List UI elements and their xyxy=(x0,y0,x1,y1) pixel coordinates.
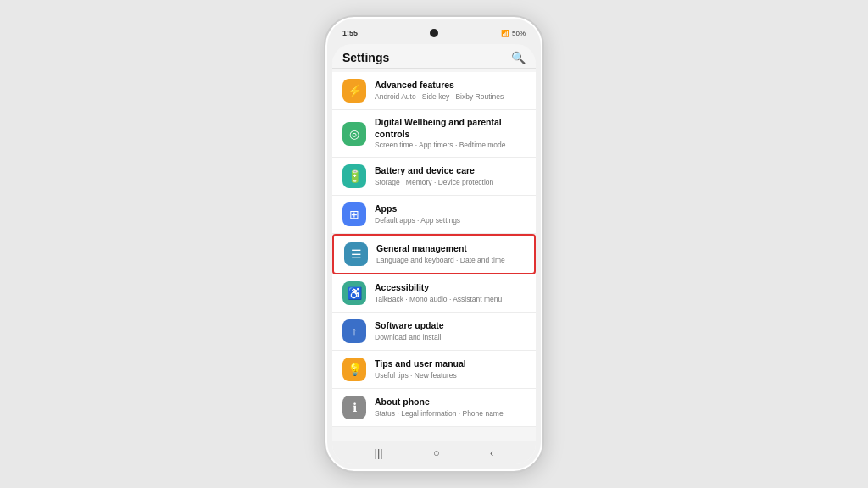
advanced-features-text: Advanced featuresAndroid Auto · Side key… xyxy=(375,80,526,102)
battery-text: Battery and device careStorage · Memory … xyxy=(375,165,526,187)
tips-subtitle: Useful tips · New features xyxy=(375,371,526,380)
accessibility-subtitle: TalkBack · Mono audio · Assistant menu xyxy=(375,295,526,304)
digital-wellbeing-subtitle: Screen time · App timers · Bedtime mode xyxy=(375,141,526,150)
software-update-subtitle: Download and install xyxy=(375,333,526,342)
battery-icon: 🔋 xyxy=(342,164,366,188)
phone-screen: Settings 🔍 ⚡Advanced featuresAndroid Aut… xyxy=(332,44,536,464)
apps-subtitle: Default apps · App settings xyxy=(375,216,526,225)
advanced-features-subtitle: Android Auto · Side key · Bixby Routines xyxy=(375,92,526,102)
about-phone-subtitle: Status · Legal information · Phone name xyxy=(375,409,526,419)
accessibility-icon: ♿ xyxy=(342,281,366,305)
tips-title: Tips and user manual xyxy=(375,358,526,370)
settings-item-general-management[interactable]: ☰General managementLanguage and keyboard… xyxy=(332,234,536,274)
phone-frame: 1:55 📶 50% Settings 🔍 ⚡Advanced features… xyxy=(324,15,544,473)
battery-subtitle: Storage · Memory · Device protection xyxy=(375,178,526,187)
page-title: Settings xyxy=(342,51,389,64)
battery-title: Battery and device care xyxy=(375,165,526,177)
nav-back-button[interactable]: ||| xyxy=(375,446,383,459)
about-phone-title: About phone xyxy=(375,396,526,408)
software-update-title: Software update xyxy=(375,320,526,332)
apps-title: Apps xyxy=(375,203,526,215)
settings-list: ⚡Advanced featuresAndroid Auto · Side ke… xyxy=(332,69,536,441)
search-icon[interactable]: 🔍 xyxy=(511,51,526,64)
accessibility-title: Accessibility xyxy=(375,282,526,294)
software-update-icon: ↑ xyxy=(342,319,366,343)
wifi-icon: 📶 xyxy=(501,30,509,37)
battery-icon: 50% xyxy=(512,30,526,37)
digital-wellbeing-text: Digital Wellbeing and parental controlsS… xyxy=(375,117,526,150)
accessibility-text: AccessibilityTalkBack · Mono audio · Ass… xyxy=(375,282,526,304)
about-phone-text: About phoneStatus · Legal information · … xyxy=(375,396,526,419)
apps-icon: ⊞ xyxy=(342,202,366,226)
digital-wellbeing-icon: ◎ xyxy=(342,122,366,146)
general-management-icon: ☰ xyxy=(344,242,368,266)
settings-item-about-phone[interactable]: ℹAbout phoneStatus · Legal information ·… xyxy=(332,389,536,427)
nav-home-button[interactable]: ○ xyxy=(433,446,440,459)
digital-wellbeing-title: Digital Wellbeing and parental controls xyxy=(375,117,526,140)
camera-notch xyxy=(430,29,438,37)
settings-item-battery[interactable]: 🔋Battery and device careStorage · Memory… xyxy=(332,158,536,196)
tips-text: Tips and user manualUseful tips · New fe… xyxy=(375,358,526,380)
status-time: 1:55 xyxy=(342,29,358,37)
tips-icon: 💡 xyxy=(342,358,366,381)
settings-item-digital-wellbeing[interactable]: ◎Digital Wellbeing and parental controls… xyxy=(332,110,536,158)
navigation-bar: ||| ○ ‹ xyxy=(332,441,536,464)
software-update-text: Software updateDownload and install xyxy=(375,320,526,342)
general-management-text: General managementLanguage and keyboard … xyxy=(376,243,524,265)
screen-header: Settings 🔍 xyxy=(332,44,536,69)
about-phone-icon: ℹ xyxy=(342,396,366,419)
general-management-subtitle: Language and keyboard · Date and time xyxy=(376,256,524,265)
advanced-features-icon: ⚡ xyxy=(342,79,366,103)
general-management-title: General management xyxy=(376,243,524,255)
apps-text: AppsDefault apps · App settings xyxy=(375,203,526,225)
nav-recents-button[interactable]: ‹ xyxy=(490,446,493,459)
settings-item-apps[interactable]: ⊞AppsDefault apps · App settings xyxy=(332,196,536,234)
advanced-features-title: Advanced features xyxy=(375,80,526,92)
settings-item-tips[interactable]: 💡Tips and user manualUseful tips · New f… xyxy=(332,351,536,389)
status-icons: 📶 50% xyxy=(501,30,526,37)
settings-item-software-update[interactable]: ↑Software updateDownload and install xyxy=(332,313,536,351)
settings-item-advanced-features[interactable]: ⚡Advanced featuresAndroid Auto · Side ke… xyxy=(332,72,536,110)
settings-item-accessibility[interactable]: ♿AccessibilityTalkBack · Mono audio · As… xyxy=(332,274,536,313)
